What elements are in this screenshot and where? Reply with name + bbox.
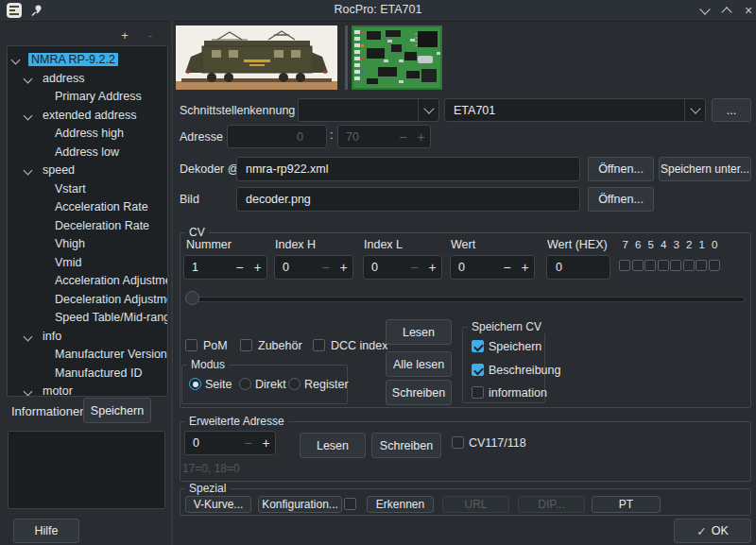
shade-icon[interactable] bbox=[697, 4, 713, 17]
decrement-button[interactable]: − bbox=[239, 435, 257, 451]
seite-radio[interactable] bbox=[189, 378, 201, 390]
tree-item[interactable]: Address low bbox=[8, 144, 167, 162]
interface-combobox[interactable] bbox=[298, 98, 439, 122]
bit-checkbox[interactable] bbox=[644, 260, 656, 271]
increment-button[interactable]: + bbox=[257, 435, 275, 451]
pt-button[interactable]: PT bbox=[592, 496, 661, 513]
increment-button[interactable]: + bbox=[412, 129, 430, 145]
decoder-open-button[interactable]: Öffnen... bbox=[588, 157, 654, 181]
chevron-down-icon[interactable] bbox=[684, 99, 705, 121]
bit-checkbox[interactable] bbox=[670, 260, 681, 271]
increment-button[interactable]: + bbox=[335, 260, 352, 275]
bit-label: 7 bbox=[619, 239, 632, 250]
bit-checkbox[interactable] bbox=[619, 260, 630, 271]
tree-item[interactable]: Acceleration Rate bbox=[8, 198, 167, 216]
konfiguration-button[interactable]: Konfiguration... bbox=[258, 496, 342, 513]
extended-write-button[interactable]: Schreiben bbox=[371, 433, 441, 458]
image-file-input[interactable]: decoder.png bbox=[236, 187, 580, 212]
tree-item[interactable]: speed bbox=[8, 162, 167, 179]
tree-item[interactable]: Manufactured ID bbox=[8, 365, 167, 383]
register-radio[interactable] bbox=[288, 378, 301, 390]
bit-checkbox[interactable] bbox=[683, 260, 695, 271]
tree-item[interactable]: extended address bbox=[8, 107, 167, 125]
address-spinner[interactable]: 0 bbox=[227, 125, 327, 148]
decoder-combobox[interactable]: ETA701 bbox=[444, 98, 706, 122]
slider-track[interactable] bbox=[185, 297, 745, 302]
increment-button[interactable]: + bbox=[249, 260, 266, 275]
erkennen-button[interactable]: Erkennen bbox=[367, 496, 434, 513]
chevron-down-icon[interactable] bbox=[24, 332, 33, 341]
chevron-down-icon[interactable] bbox=[24, 74, 33, 83]
address-range-spinner[interactable]: 70 − + bbox=[337, 125, 431, 148]
v-kurve-button[interactable]: V-Kurve... bbox=[185, 496, 251, 513]
extended-address-spinner[interactable]: 0 − + bbox=[184, 431, 276, 455]
decoder-save-as-button[interactable]: Speichern unter... bbox=[659, 157, 751, 181]
cv-read-all-button[interactable]: Alle lesen bbox=[386, 351, 452, 377]
bit-checkbox[interactable] bbox=[696, 260, 707, 271]
speichern-checkbox[interactable] bbox=[472, 340, 484, 352]
tree-item[interactable]: Primary Address bbox=[8, 88, 167, 106]
cv-tree[interactable]: NMRA RP-9.2.2addressPrimary Addressexten… bbox=[7, 45, 168, 397]
tree-item[interactable]: Address high bbox=[8, 125, 167, 143]
chevron-down-icon[interactable] bbox=[24, 166, 33, 176]
information-checkbox[interactable] bbox=[472, 386, 484, 399]
konfiguration-checkbox[interactable] bbox=[344, 498, 356, 510]
direkt-radio[interactable] bbox=[239, 378, 251, 390]
more-button[interactable]: ... bbox=[712, 98, 751, 122]
tree-item[interactable]: motor bbox=[8, 383, 167, 397]
tree-item[interactable]: Vstart bbox=[8, 180, 167, 198]
tree-item[interactable]: Deceleration Adjustment bbox=[8, 291, 167, 309]
close-icon[interactable]: × bbox=[741, 4, 756, 17]
image-open-button[interactable]: Öffnen... bbox=[588, 187, 654, 212]
bit-checkbox[interactable] bbox=[658, 260, 669, 271]
decrement-button[interactable]: − bbox=[394, 129, 412, 145]
tree-item[interactable]: address bbox=[8, 70, 167, 88]
cv-read-button[interactable]: Lesen bbox=[386, 319, 452, 345]
increment-button[interactable]: + bbox=[516, 260, 534, 275]
panel-splitter[interactable] bbox=[171, 21, 173, 545]
cv117-118-checkbox[interactable] bbox=[452, 436, 464, 449]
chevron-down-icon[interactable] bbox=[24, 387, 33, 397]
dcc-index-checkbox[interactable] bbox=[313, 339, 325, 351]
beschreibung-checkbox[interactable] bbox=[472, 364, 484, 376]
chevron-down-icon[interactable] bbox=[24, 111, 33, 120]
chevron-down-icon[interactable] bbox=[11, 56, 21, 65]
bit-checkbox[interactable] bbox=[632, 260, 644, 271]
cv-nummer-spinner[interactable]: 1 − + bbox=[183, 255, 267, 280]
cv-index-h-spinner[interactable]: 0 − + bbox=[274, 255, 353, 280]
informationen-textarea[interactable] bbox=[8, 431, 165, 509]
pom-checkbox[interactable] bbox=[185, 339, 198, 351]
extended-address-status: 17=0, 18=0 bbox=[182, 462, 240, 475]
help-button[interactable]: Hilfe bbox=[13, 519, 79, 543]
increment-button[interactable]: + bbox=[423, 260, 441, 275]
cv-value-slider[interactable] bbox=[185, 291, 745, 306]
tree-collapse-button[interactable]: - bbox=[143, 29, 158, 43]
tree-item[interactable]: Manufacturer Version bbox=[8, 346, 167, 364]
tree-item[interactable]: Acceleration Adjustment bbox=[8, 272, 167, 290]
decrement-button[interactable]: − bbox=[498, 260, 516, 275]
decrement-button[interactable]: − bbox=[231, 260, 249, 275]
decrement-button[interactable]: − bbox=[405, 260, 423, 275]
extended-read-button[interactable]: Lesen bbox=[300, 433, 366, 458]
tree-item[interactable]: Speed Table/Mid-range bbox=[8, 309, 167, 327]
decoder-file-input[interactable]: nmra-rp922.xml bbox=[236, 157, 580, 181]
maximize-icon[interactable] bbox=[719, 4, 734, 17]
tree-expand-button[interactable]: + bbox=[117, 29, 132, 43]
chevron-down-icon[interactable] bbox=[418, 99, 438, 121]
tree-item[interactable]: Vmid bbox=[8, 254, 167, 272]
cv-wert-hex-input[interactable]: 0 bbox=[546, 255, 610, 280]
image-splitter-handle[interactable] bbox=[345, 26, 348, 90]
info-save-button[interactable]: Speichern bbox=[83, 398, 151, 423]
tree-item[interactable]: Vhigh bbox=[8, 235, 167, 253]
tree-item[interactable]: info bbox=[8, 328, 167, 346]
zubehoer-checkbox[interactable] bbox=[240, 339, 252, 351]
tree-item[interactable]: Deceleration Rate bbox=[8, 217, 167, 235]
cv-wert-spinner[interactable]: 0 − + bbox=[450, 255, 535, 280]
cv-write-button[interactable]: Schreiben bbox=[386, 380, 452, 405]
tree-item[interactable]: NMRA RP-9.2.2 bbox=[8, 51, 167, 69]
bit-checkbox[interactable] bbox=[709, 260, 720, 271]
decrement-button[interactable]: − bbox=[317, 260, 335, 275]
slider-handle[interactable] bbox=[185, 291, 199, 305]
cv-index-l-spinner[interactable]: 0 − + bbox=[363, 255, 442, 280]
ok-button[interactable]: ✓ OK bbox=[674, 519, 751, 543]
